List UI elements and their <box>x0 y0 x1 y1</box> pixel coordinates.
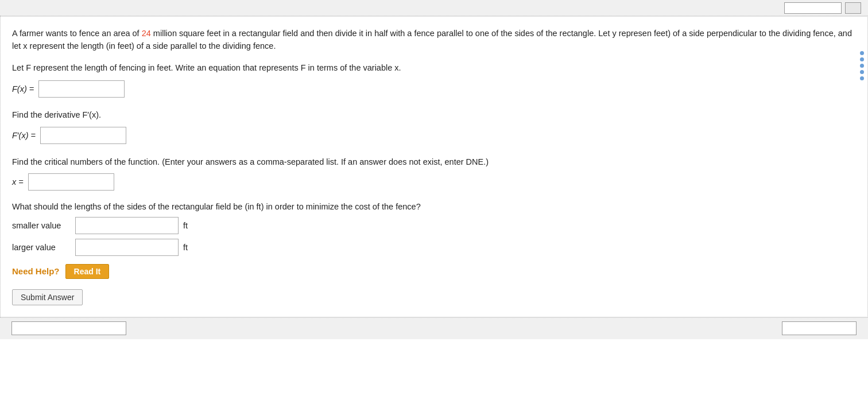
minimize-section: What should the lengths of the sides of … <box>12 202 856 256</box>
larger-value-row: larger value ft <box>12 239 856 256</box>
minimize-prompt: What should the lengths of the sides of … <box>12 202 856 211</box>
page-wrapper: A farmer wants to fence an area of 24 mi… <box>0 0 868 396</box>
fx-input[interactable] <box>38 80 125 98</box>
intro-text: A farmer wants to fence an area of <box>12 29 142 38</box>
fpx-label: F′(x) = <box>12 131 36 140</box>
smaller-unit: ft <box>183 221 188 230</box>
larger-label: larger value <box>12 243 75 252</box>
dot-2 <box>860 57 864 61</box>
larger-value-input[interactable] <box>75 239 179 256</box>
smaller-label: smaller value <box>12 221 75 230</box>
bottom-right-input[interactable] <box>782 321 857 335</box>
main-content: A farmer wants to fence an area of 24 mi… <box>0 16 868 317</box>
top-bar <box>0 0 868 16</box>
problem-statement: A farmer wants to fence an area of 24 mi… <box>12 27 856 53</box>
decorative-dots <box>860 51 864 80</box>
fpx-input[interactable] <box>40 127 126 144</box>
fx-section: Let F represent the length of fencing in… <box>12 62 856 98</box>
fx-input-row: F(x) = <box>12 80 856 98</box>
derivative-prompt: Find the derivative F′(x). <box>12 109 856 122</box>
dot-4 <box>860 70 864 74</box>
top-bar-input[interactable] <box>784 2 842 14</box>
fpx-input-row: F′(x) = <box>12 127 856 144</box>
submit-button[interactable]: Submit Answer <box>12 289 83 305</box>
read-it-button[interactable]: Read It <box>65 264 110 279</box>
need-help-text: Need Help? <box>12 266 60 276</box>
bottom-bar <box>0 317 868 339</box>
smaller-value-input[interactable] <box>75 217 179 234</box>
top-bar-button[interactable] <box>845 2 861 14</box>
need-help-row: Need Help? Read It <box>12 264 856 279</box>
fencing-prompt: Let F represent the length of fencing in… <box>12 62 856 75</box>
highlight-number: 24 <box>142 29 151 38</box>
critical-prompt: Find the critical numbers of the functio… <box>12 156 856 168</box>
x-input-row: x = <box>12 173 856 191</box>
x-input[interactable] <box>28 173 114 191</box>
critical-section: Find the critical numbers of the functio… <box>12 156 856 190</box>
dot-1 <box>860 51 864 55</box>
dot-3 <box>860 64 864 68</box>
fpx-section: Find the derivative F′(x). F′(x) = <box>12 109 856 145</box>
x-label: x = <box>12 177 24 187</box>
bottom-left-input[interactable] <box>11 321 126 335</box>
dot-5 <box>860 76 864 80</box>
smaller-value-row: smaller value ft <box>12 217 856 234</box>
fx-label: F(x) = <box>12 84 34 94</box>
larger-unit: ft <box>183 243 188 252</box>
